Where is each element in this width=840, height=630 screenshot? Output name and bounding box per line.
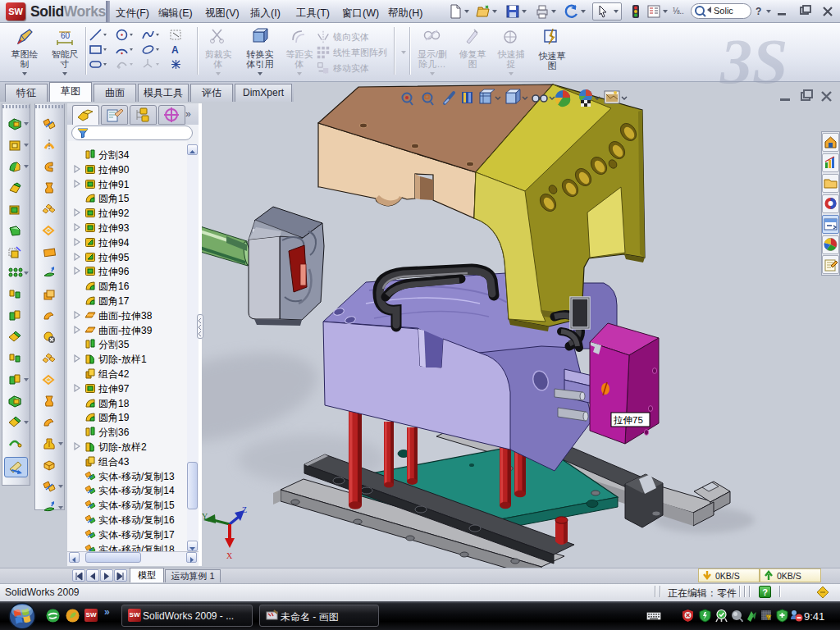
- svg-text:A: A: [171, 44, 179, 56]
- svg-text:60: 60: [61, 31, 71, 40]
- svg-text:!: !: [768, 615, 769, 620]
- svg-text:X: X: [226, 551, 233, 560]
- svg-text:Z: Z: [242, 505, 247, 514]
- svg-text:拉伸75: 拉伸75: [613, 415, 643, 425]
- svg-text:Y: Y: [202, 512, 208, 521]
